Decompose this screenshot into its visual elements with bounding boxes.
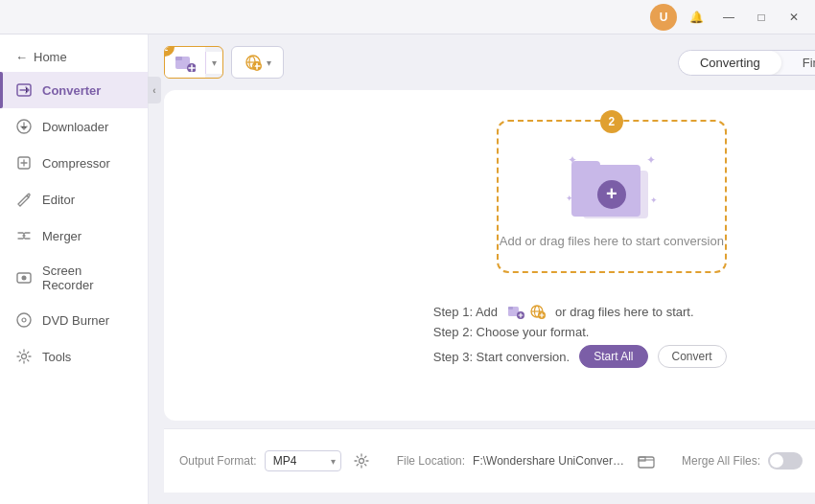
- svg-point-6: [22, 318, 26, 322]
- sidebar-item-compressor[interactable]: Compressor: [0, 145, 148, 181]
- output-format-label: Output Format:: [179, 454, 257, 468]
- sidebar-label-compressor: Compressor: [42, 156, 110, 171]
- step3-line: Step 3: Start conversion. Start All Conv…: [433, 345, 790, 368]
- converting-tab[interactable]: Converting: [679, 51, 781, 75]
- sidebar-label-merger: Merger: [42, 229, 82, 243]
- back-arrow-icon: ←: [15, 50, 28, 64]
- drop-zone-badge: 2: [600, 110, 623, 133]
- sidebar-label-converter: Converter: [42, 83, 101, 98]
- toolbar: 1 ▾: [164, 46, 815, 79]
- step1-suffix: or drag files here to start.: [555, 305, 694, 319]
- screen-recorder-icon: [15, 269, 33, 286]
- step2-line: Step 2: Choose your format.: [433, 325, 790, 339]
- sidebar: ← Home Converter ‹ Downloader Compressor: [0, 34, 149, 504]
- svg-rect-21: [639, 457, 654, 468]
- svg-point-4: [22, 276, 27, 281]
- minimize-button[interactable]: —: [715, 4, 742, 31]
- downloader-icon: [15, 118, 33, 135]
- start-all-button[interactable]: Start All: [579, 345, 647, 368]
- output-format-select-wrap: MP4 MOV AVI MKV: [265, 450, 341, 471]
- output-format-settings-button[interactable]: [349, 448, 374, 473]
- svg-rect-15: [508, 307, 513, 309]
- sidebar-item-screen-recorder[interactable]: Screen Recorder: [0, 254, 148, 302]
- add-url-button[interactable]: ▾: [231, 46, 284, 79]
- bottom-bar: Output Format: MP4 MOV AVI MKV File Loca…: [164, 428, 815, 493]
- sidebar-item-converter[interactable]: Converter ‹: [0, 72, 148, 108]
- file-location-label: File Location:: [397, 454, 465, 468]
- step2-text: Step 2: Choose your format.: [433, 325, 590, 339]
- steps-area: Step 1: Add or drag files here to start.…: [410, 288, 813, 383]
- notification-button[interactable]: 🔔: [683, 4, 710, 31]
- sidebar-item-downloader[interactable]: Downloader: [0, 108, 148, 145]
- svg-rect-9: [175, 57, 182, 60]
- add-file-group: 1 ▾: [164, 46, 223, 79]
- drop-label: Add or drag files here to start conversi…: [500, 234, 724, 248]
- sidebar-back[interactable]: ← Home: [0, 42, 148, 72]
- step1-text: Step 1: Add: [433, 305, 498, 319]
- finished-tab[interactable]: Finished: [781, 51, 815, 75]
- compressor-icon: [15, 154, 33, 172]
- output-format-field: Output Format: MP4 MOV AVI MKV: [179, 448, 374, 473]
- file-location-browse-button[interactable]: [634, 448, 659, 473]
- dvd-burner-icon: [15, 311, 33, 329]
- step1-line: Step 1: Add or drag files here to start.: [433, 304, 790, 319]
- sidebar-label-downloader: Downloader: [42, 120, 108, 134]
- sidebar-label-dvd-burner: DVD Burner: [42, 313, 109, 328]
- sidebar-label-screen-recorder: Screen Recorder: [42, 263, 132, 292]
- titlebar: U 🔔 — □ ✕: [0, 0, 815, 34]
- folder-plus-icon: +: [597, 180, 626, 209]
- svg-point-20: [359, 459, 363, 464]
- sidebar-item-editor[interactable]: Editor: [0, 181, 148, 218]
- output-format-select[interactable]: MP4 MOV AVI MKV: [265, 450, 341, 471]
- user-avatar: U: [650, 4, 677, 31]
- convert-button[interactable]: Convert: [658, 345, 727, 368]
- merger-icon: [15, 227, 33, 244]
- sparkle-br: ✦: [650, 195, 658, 205]
- file-location-value: F:\Wondershare UniConverter 1 ▼: [473, 454, 626, 468]
- merge-files-label: Merge All Files:: [682, 454, 760, 468]
- close-button[interactable]: ✕: [780, 4, 807, 31]
- merge-toggle[interactable]: [768, 452, 803, 470]
- step1-add-icon: [507, 304, 546, 319]
- file-location-field: File Location: F:\Wondershare UniConvert…: [397, 448, 659, 473]
- svg-point-5: [17, 313, 31, 327]
- merge-files-field: Merge All Files:: [682, 452, 803, 470]
- svg-point-7: [22, 355, 27, 359]
- sparkle-right: ✦: [646, 153, 656, 167]
- sidebar-item-tools[interactable]: Tools: [0, 338, 148, 375]
- sidebar-label-tools: Tools: [42, 350, 71, 364]
- maximize-button[interactable]: □: [748, 4, 775, 31]
- sidebar-item-dvd-burner[interactable]: DVD Burner: [0, 302, 148, 338]
- add-file-dropdown[interactable]: ▾: [205, 52, 222, 74]
- tools-icon: [15, 348, 33, 365]
- tab-group: Converting Finished: [678, 50, 815, 76]
- converter-icon: [15, 81, 33, 99]
- main-content: 1 ▾: [149, 34, 815, 504]
- back-label: Home: [34, 50, 67, 64]
- drop-area: 2 ✦ ✦ ✦ ✦ + Add or drag files here to: [164, 90, 815, 421]
- drop-zone[interactable]: 2 ✦ ✦ ✦ ✦ + Add or drag files here to: [497, 120, 727, 273]
- sidebar-item-merger[interactable]: Merger: [0, 218, 148, 254]
- app-body: ← Home Converter ‹ Downloader Compressor: [0, 34, 815, 504]
- sidebar-collapse-btn[interactable]: ‹: [148, 77, 161, 103]
- editor-icon: [15, 191, 33, 208]
- sidebar-label-editor: Editor: [42, 193, 75, 207]
- step3-text: Step 3: Start conversion.: [433, 350, 570, 364]
